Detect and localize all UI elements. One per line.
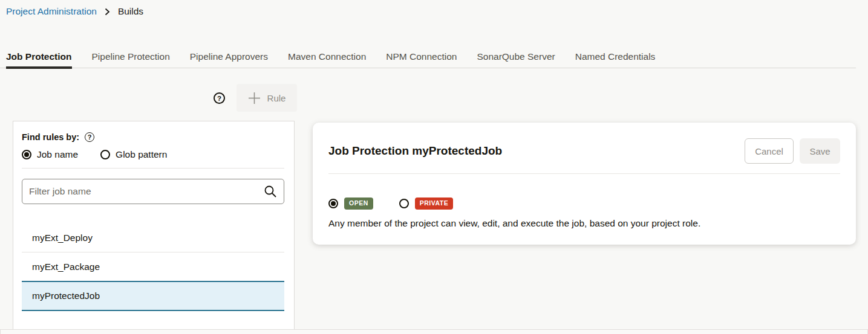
tab-bar: Job Protection Pipeline Protection Pipel… [0, 45, 856, 68]
radio-option-glob-pattern[interactable]: Glob pattern [100, 149, 167, 160]
tab-sonarqube-server[interactable]: SonarQube Server [477, 45, 555, 68]
rules-panel: Find rules by: ? Job name Glob pattern m… [13, 121, 295, 329]
radio-button-icon[interactable] [399, 199, 409, 208]
access-option-open[interactable]: OPEN [328, 198, 373, 210]
access-radio-group: OPEN PRIVATE [328, 198, 840, 210]
search-icon[interactable] [264, 185, 277, 198]
find-rules-header: Find rules by: ? [22, 132, 284, 142]
help-icon[interactable]: ? [85, 132, 94, 142]
save-button[interactable]: Save [800, 138, 840, 164]
job-list-item-selected[interactable]: myProtectedJob [22, 281, 284, 311]
job-list-item[interactable]: myExt_Package [22, 252, 284, 281]
job-name: myExt_Package [32, 262, 100, 272]
tab-maven-connection[interactable]: Maven Connection [288, 45, 366, 68]
add-rule-button-label: Rule [267, 93, 286, 103]
job-name: myExt_Deploy [32, 233, 93, 243]
radio-option-label: Job name [37, 149, 78, 160]
find-rules-label: Find rules by: [22, 132, 79, 142]
bottom-panel-edge [0, 329, 868, 334]
tab-pipeline-protection[interactable]: Pipeline Protection [92, 45, 170, 68]
detail-card-header: Job Protection myProtectedJob Cancel Sav… [328, 138, 840, 164]
job-list: myExt_Deploy myExt_Package myProtectedJo… [22, 224, 284, 311]
detail-card-actions: Cancel Save [745, 138, 840, 164]
job-protection-detail-card: Job Protection myProtectedJob Cancel Sav… [313, 123, 856, 245]
help-icon[interactable]: ? [214, 92, 225, 104]
detail-card-title: Job Protection myProtectedJob [328, 144, 502, 158]
tab-job-protection[interactable]: Job Protection [6, 45, 72, 68]
add-rule-button[interactable]: Rule [237, 84, 297, 112]
job-filter [22, 179, 284, 204]
radio-button-icon[interactable] [100, 150, 110, 159]
job-name: myProtectedJob [32, 291, 100, 301]
tab-named-credentials[interactable]: Named Credentials [575, 45, 656, 68]
filter-job-name-input[interactable] [22, 179, 284, 204]
open-badge[interactable]: OPEN [344, 198, 373, 210]
find-rules-radio-group: Job name Glob pattern [22, 149, 284, 160]
divider [328, 173, 840, 174]
breadcrumb-current-page: Builds [118, 6, 143, 17]
job-list-item[interactable]: myExt_Deploy [22, 224, 284, 252]
tab-pipeline-approvers[interactable]: Pipeline Approvers [190, 45, 268, 68]
access-option-private[interactable]: PRIVATE [399, 198, 453, 210]
divider [22, 168, 284, 169]
tab-npm-connection[interactable]: NPM Connection [386, 45, 457, 68]
cancel-button[interactable]: Cancel [745, 138, 794, 164]
radio-option-job-name[interactable]: Job name [22, 149, 78, 160]
radio-button-icon[interactable] [22, 150, 31, 159]
plus-icon [248, 92, 261, 104]
breadcrumb-link-project-administration[interactable]: Project Administration [6, 6, 97, 17]
private-badge[interactable]: PRIVATE [415, 198, 453, 210]
access-description: Any member of the project can view, edit… [328, 218, 840, 229]
breadcrumb: Project Administration Builds [6, 6, 143, 17]
radio-button-icon[interactable] [328, 199, 338, 208]
radio-option-label: Glob pattern [116, 149, 167, 160]
chevron-right-icon [105, 8, 110, 16]
